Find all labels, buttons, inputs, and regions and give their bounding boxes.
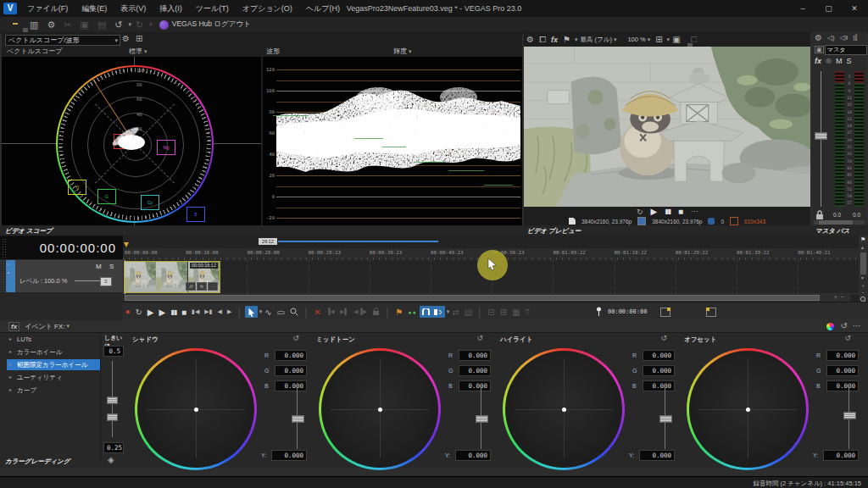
undo-icon[interactable]: ↺ [114, 20, 122, 30]
edit-tool-caret-icon[interactable]: ▾ [259, 308, 263, 315]
track-solo-button[interactable]: S [109, 263, 114, 270]
loop-region-label[interactable]: 26:12 [259, 238, 277, 245]
timeline-hscrollbar[interactable]: ＋ － [123, 294, 850, 302]
downmix-icon[interactable]: ◁‖ [840, 35, 848, 42]
color-wheel-1[interactable] [319, 348, 441, 470]
go-to-start-button[interactable]: ▮◀ [192, 308, 199, 315]
sidebar-item-4[interactable]: カーブ [7, 385, 100, 396]
color-wheel-2[interactable] [503, 348, 625, 470]
settings-gear-icon[interactable]: ⚙ [47, 20, 55, 30]
threshold-pick-icon[interactable]: ◈ [108, 456, 114, 464]
wheel-1-G-value[interactable]: 0.000 [459, 365, 491, 376]
redo-icon[interactable]: ↻ [136, 20, 143, 30]
undo-caret-icon[interactable]: ▾ [129, 21, 132, 28]
bus-name-input[interactable]: マスタ [825, 45, 867, 55]
zoom-tool-button[interactable] [290, 308, 298, 316]
wheel-1-Y-value[interactable]: 0.000 [455, 450, 491, 461]
normal-edit-tool-button[interactable] [245, 306, 258, 318]
loop-playback-button[interactable]: ↻ [135, 308, 142, 317]
track-grip[interactable] [0, 260, 6, 292]
transport-more-icon[interactable]: ⋯ [691, 208, 698, 215]
wheel-y-slider-handle-3[interactable] [843, 412, 856, 419]
color-wheel-3[interactable] [687, 348, 809, 470]
pause-button[interactable]: ▮▮ [170, 308, 176, 316]
waveform-mode-select[interactable]: 輝度▾ [393, 47, 412, 56]
external-monitor-icon[interactable]: ⧠ [539, 36, 546, 44]
event-chip-2[interactable]: ⋯ [208, 282, 218, 291]
threshold-high-value[interactable]: 0.5 [103, 346, 124, 357]
scope-layout-icon[interactable]: ⊞ [136, 35, 142, 43]
event-chip-0[interactable]: ⊡ [186, 282, 196, 291]
delete-button[interactable]: ✕ [314, 308, 320, 317]
master-fader-handle[interactable] [815, 132, 827, 140]
wheel-1-R-value[interactable]: 0.000 [459, 350, 491, 361]
wheel-center-dot-3[interactable] [746, 408, 750, 412]
lock-icon[interactable] [815, 210, 824, 219]
master-settings-gear-icon[interactable]: ⚙ [815, 34, 822, 42]
vegas-hub-icon[interactable] [159, 20, 169, 30]
project-properties-icon[interactable]: ▥ [30, 20, 38, 30]
ripple-caret-icon[interactable]: ▾ [447, 308, 450, 315]
preview-grid-overlay-icon[interactable]: ⊞ [655, 36, 662, 44]
auto-ripple-button[interactable] [432, 306, 445, 318]
vscroll-up-icon[interactable]: ▲ [860, 246, 865, 250]
stop-icon[interactable]: ■ [678, 208, 683, 216]
split-caret-icon[interactable]: ▾ [575, 36, 578, 43]
paste-icon[interactable]: ▤ [97, 20, 106, 30]
wheel-2-G-value[interactable]: 0.000 [643, 365, 675, 376]
copy-snapshot-icon[interactable]: ▣ [672, 36, 680, 44]
wheel-y-slider-handle-1[interactable] [476, 415, 488, 423]
wheel-y-slider-handle-2[interactable] [659, 415, 672, 423]
close-button[interactable]: ✕ [843, 0, 866, 17]
playhead-marker[interactable] [124, 242, 129, 247]
tab-video-preview[interactable]: ビデオ プレビュー [527, 227, 581, 236]
phase-icon[interactable]: ◎ [826, 58, 832, 64]
menu-5[interactable]: オプション(O) [236, 0, 299, 17]
menu-2[interactable]: 表示(V) [114, 0, 153, 17]
pause-icon[interactable]: ▮▮ [665, 208, 670, 215]
timeline-vscrollbar[interactable]: ⚑ ▲ ▼ ＋ － [859, 236, 868, 302]
threshold-handle-low[interactable] [107, 413, 118, 421]
stop-button[interactable]: ■ [181, 308, 186, 317]
timecode-display[interactable]: 00:00:00:00 [0, 236, 123, 260]
track-color-strip[interactable]: ◦ ▫ [6, 260, 15, 292]
sidebar-item-0[interactable]: LUTs [7, 334, 100, 345]
track-type-icon[interactable]: ▫ [8, 270, 9, 275]
vectorscope-mode-select[interactable]: 標準▾ [129, 47, 147, 56]
next-frame-button[interactable]: ▶ [227, 308, 231, 315]
wheel-center-dot-1[interactable] [378, 408, 382, 412]
wheel-3-R-value[interactable]: 0.000 [826, 350, 859, 361]
wheel-2-R-value[interactable]: 0.000 [643, 350, 675, 361]
wheel-3-G-value[interactable]: 0.000 [826, 365, 859, 376]
redo-caret-icon[interactable]: ▾ [149, 21, 153, 28]
cursor-time-display[interactable]: 00:00:00:00 [608, 308, 647, 315]
play-from-start-button[interactable]: ▶ [147, 308, 154, 317]
tab-master-bus[interactable]: マスタ バス [815, 227, 849, 236]
prev-frame-button[interactable]: ◀ [218, 308, 222, 315]
wheel-reset-icon-1[interactable]: ↺ [476, 334, 483, 342]
track-level-handle[interactable]: ≡ [100, 277, 112, 286]
marker-tool-icon[interactable]: ⚑ [860, 236, 865, 242]
preview-settings-gear-icon[interactable]: ⚙ [526, 36, 534, 44]
colorwheel-mini-icon[interactable] [826, 323, 834, 330]
loop-region-bar[interactable] [278, 241, 438, 242]
track-automation-icon[interactable]: ◦ [8, 262, 9, 267]
tab-color-grading[interactable]: カラーグレーディング [5, 458, 70, 466]
threshold-handle-high[interactable] [107, 396, 118, 404]
wheel-1-B-value[interactable]: 0.000 [459, 380, 491, 391]
master-solo-button[interactable]: S [847, 57, 852, 65]
scope-type-select[interactable]: ベクトルスコープ/波形▾ [5, 35, 120, 46]
wheel-2-B-value[interactable]: 0.000 [643, 380, 675, 391]
color-wheel-0[interactable] [135, 348, 257, 470]
hub-logout-link[interactable]: VEGAS Hub ログアウト [172, 19, 251, 30]
wheel-0-G-value[interactable]: 0.000 [275, 365, 307, 376]
menu-4[interactable]: ツール(T) [189, 0, 236, 17]
wheel-0-R-value[interactable]: 0.000 [275, 350, 307, 361]
tab-video-scopes[interactable]: ビデオ スコープ [5, 227, 53, 236]
bus-color-icon[interactable]: ▣ [815, 46, 824, 53]
split-screen-flag-icon[interactable]: ⚑ [563, 36, 570, 44]
insert-marker-button[interactable]: ⚑ [395, 308, 403, 317]
preview-zoom-select[interactable]: 100 %▾ [627, 36, 650, 43]
wheel-y-slider-handle-0[interactable] [292, 415, 304, 423]
zoom-in-icon[interactable]: ＋ [832, 294, 838, 300]
